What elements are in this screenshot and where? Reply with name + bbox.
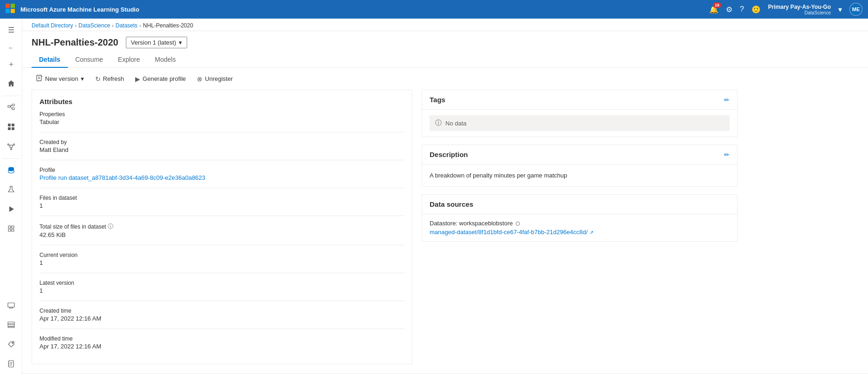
datastore-icon[interactable] [2,315,20,334]
breadcrumb-datascience[interactable]: DataScience [78,22,110,29]
tags-title: Tags [430,96,445,104]
tags-body: ⓘ No data [422,110,737,137]
content-area: Default Directory › DataScience › Datase… [22,19,868,374]
path-external-icon: ↗ [589,230,594,235]
attr-created-by: Created by Matt Eland [39,139,405,153]
datastore-external-icon: ⬡ [516,221,520,226]
app-title: Microsoft Azure Machine Learning Studio [20,6,139,13]
right-column: Tags ✏ ⓘ No data Description ✏ [422,90,737,364]
tab-explore[interactable]: Explore [111,52,147,68]
help-icon[interactable]: ? [740,5,744,13]
tabs: Details Consume Explore Models [22,52,868,68]
tags-no-data-row: ⓘ No data [430,115,730,131]
attr-current-version: Current version 1 [39,252,405,266]
attr-current-version-label: Current version [39,252,405,258]
svg-rect-25 [8,229,11,231]
svg-line-7 [10,105,12,106]
attr-profile: Profile Profile run dataset_a8781abf-3d3… [39,167,405,181]
generate-profile-button[interactable]: ▶ Generate profile [131,73,190,85]
refresh-label: Refresh [103,75,124,82]
attr-profile-label: Profile [39,167,405,173]
back-button[interactable]: ← [2,40,20,55]
notification-icon[interactable]: 🔔 16 [709,5,718,14]
hamburger-icon[interactable]: ☰ [2,20,20,39]
generate-profile-label: Generate profile [143,75,186,82]
account-face-icon[interactable]: 🙂 [751,5,761,14]
breadcrumb-default-directory[interactable]: Default Directory [32,22,73,29]
tags-info-icon: ⓘ [435,119,442,127]
home-icon[interactable] [2,74,20,93]
tab-details[interactable]: Details [32,52,68,68]
svg-rect-24 [12,226,14,228]
attr-created-time-label: Created time [39,308,405,314]
breadcrumb-sep-3: › [139,23,141,28]
tags-header: Tags ✏ [422,90,737,110]
attr-created-time: Created time Apr 17, 2022 12:16 AM [39,308,405,322]
tags-panel: Tags ✏ ⓘ No data [422,90,737,137]
svg-point-14 [7,144,9,145]
label-icon[interactable] [2,335,20,354]
datastore-path-link[interactable]: managed-dataset/8f1d1bfd-ce67-4faf-b7bb-… [430,229,594,236]
svg-rect-42 [37,75,41,81]
account-sub: DataScience [804,10,831,15]
graph-icon[interactable] [2,137,20,156]
refresh-button[interactable]: ↻ Refresh [91,73,129,85]
attr-modified-time-label: Modified time [39,335,405,342]
new-version-button[interactable]: New version ▾ [32,72,89,85]
data-active-icon[interactable] [2,161,20,179]
pipeline-icon[interactable] [2,98,20,117]
svg-rect-33 [8,327,14,328]
page-title: NHL-Penalties-2020 [32,37,118,48]
attr-total-size: Total size of files in dataset ⓘ 42.65 K… [39,223,405,238]
page-header: NHL-Penalties-2020 Version 1 (latest) ▾ [22,31,868,48]
compute-icon[interactable] [2,296,20,315]
notebook-icon[interactable] [2,354,20,373]
tags-edit-icon[interactable]: ✏ [724,96,730,104]
attr-total-size-label: Total size of files in dataset ⓘ [39,223,405,230]
refresh-icon: ↻ [95,75,101,83]
attr-modified-time-value: Apr 17, 2022 12:16 AM [39,343,405,350]
runs-icon[interactable] [2,200,20,218]
tab-consume[interactable]: Consume [68,52,111,68]
breadcrumb-sep-1: › [75,23,77,28]
ms-logo [6,4,15,15]
experiments-icon[interactable] [2,180,20,199]
svg-rect-31 [8,322,14,324]
svg-rect-23 [8,226,11,228]
attr-latest-version-value: 1 [39,287,405,294]
description-header: Description ✏ [422,145,737,164]
attr-properties-value: Tabular [39,118,405,125]
unregister-button[interactable]: ⊗ Unregister [192,73,237,85]
breadcrumb-current: NHL-Penalties-2020 [143,22,193,29]
attr-profile-link[interactable]: Profile run dataset_a8781abf-3d34-4a69-8… [39,174,205,181]
svg-point-13 [10,145,13,148]
data-sources-body: Datastore: workspaceblobstore ⬡ managed-… [422,214,737,241]
svg-rect-1 [11,4,15,8]
version-dropdown[interactable]: Version 1 (latest) ▾ [126,37,188,48]
svg-rect-12 [12,127,14,130]
data-sources-panel: Data sources Datastore: workspaceblobsto… [422,194,737,242]
svg-marker-22 [9,206,14,212]
data-sources-title: Data sources [430,200,473,208]
new-version-chevron: ▾ [81,75,84,82]
components-icon[interactable] [2,219,20,238]
avatar[interactable]: ME [849,3,862,16]
generate-profile-icon: ▶ [135,75,140,83]
svg-rect-2 [6,9,10,13]
svg-rect-4 [8,105,10,107]
datasets-nav-icon[interactable] [2,118,20,136]
total-size-info-icon: ⓘ [108,223,113,230]
attr-created-by-label: Created by [39,139,405,145]
breadcrumb-sep-2: › [112,23,114,28]
tab-models[interactable]: Models [147,52,183,68]
toolbar: New version ▾ ↻ Refresh ▶ Generate profi… [22,68,868,90]
add-icon[interactable]: ＋ [2,55,20,73]
breadcrumb-datasets[interactable]: Datasets [116,22,137,29]
description-edit-icon[interactable]: ✏ [724,151,730,158]
account-chevron-icon[interactable]: ▾ [838,5,842,14]
attr-created-time-value: Apr 17, 2022 12:16 AM [39,315,405,322]
svg-rect-5 [12,104,14,106]
svg-rect-27 [8,303,14,307]
settings-icon[interactable]: ⚙ [726,5,732,14]
main-columns: Attributes Properties Tabular Created by… [22,90,868,374]
